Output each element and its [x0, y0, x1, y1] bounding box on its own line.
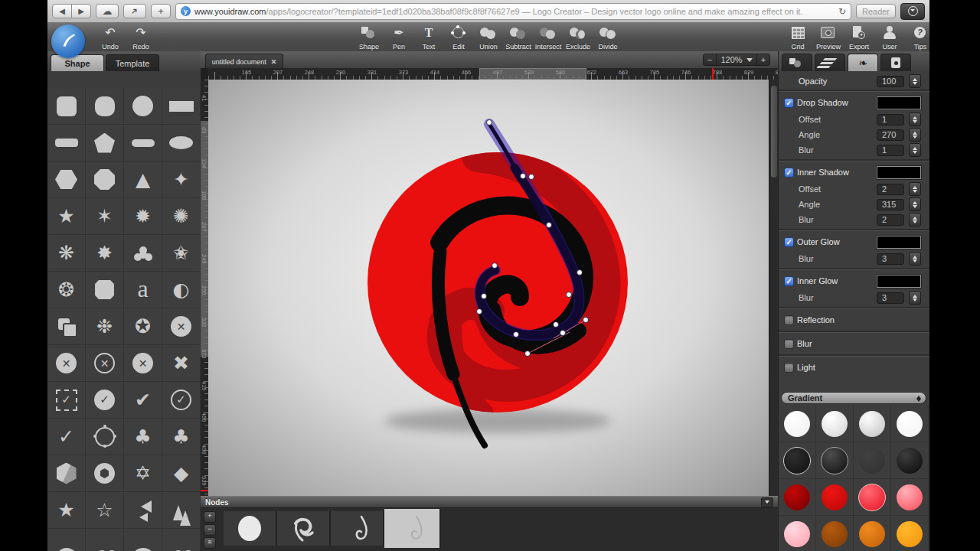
- inner-glow-blur-value[interactable]: 3: [877, 292, 904, 304]
- shape-double-bump-2[interactable]: [162, 529, 201, 551]
- path-node[interactable]: [487, 120, 492, 126]
- tool-exclude-button[interactable]: Exclude: [561, 25, 595, 51]
- node-thumbnail-swirl[interactable]: [277, 511, 331, 546]
- add-node-button[interactable]: +: [204, 511, 216, 523]
- shape-hexagon[interactable]: [47, 161, 86, 198]
- shape-sunburst[interactable]: ❂: [47, 272, 86, 308]
- reload-icon[interactable]: ↻: [838, 6, 846, 17]
- path-node[interactable]: [567, 292, 572, 298]
- gradient-swatch-5[interactable]: [783, 447, 811, 474]
- drop-shadow-angle-stepper[interactable]: [909, 128, 921, 142]
- shape-sheriff-star[interactable]: ❉: [86, 308, 124, 345]
- gradient-swatch-7[interactable]: [859, 448, 885, 474]
- tool-intersect-button[interactable]: Intersect: [531, 25, 565, 51]
- shape-rounded-star[interactable]: ✬: [162, 235, 201, 272]
- address-bar[interactable]: y www.youidraw.com/apps/logocreator/?tem…: [175, 3, 851, 20]
- zoom-in-button[interactable]: +: [756, 54, 770, 66]
- tab-shape-props[interactable]: [782, 54, 812, 71]
- gradient-swatch-13[interactable]: [784, 521, 810, 547]
- light-checkbox[interactable]: [784, 363, 794, 373]
- gradient-swatch-14[interactable]: [822, 521, 848, 547]
- gradient-swatch-8[interactable]: [897, 448, 923, 474]
- path-node[interactable]: [583, 318, 589, 323]
- icloud-button[interactable]: ☁: [96, 4, 119, 18]
- path-node[interactable]: [525, 351, 531, 357]
- inner-shadow-offset-stepper[interactable]: [909, 182, 921, 196]
- path-node[interactable]: [554, 322, 559, 328]
- shape-club[interactable]: ♣: [124, 419, 162, 455]
- drop-shadow-color-swatch[interactable]: [877, 96, 921, 109]
- shape-burst-8[interactable]: ✹: [124, 198, 162, 235]
- inner-shadow-angle-value[interactable]: 315: [877, 199, 904, 210]
- drop-shadow-blur-stepper[interactable]: [909, 143, 921, 157]
- shape-arch[interactable]: [124, 529, 162, 551]
- inner-shadow-angle-stepper[interactable]: [909, 197, 921, 211]
- tool-shape-button[interactable]: Shape: [352, 25, 386, 51]
- shape-double-bump[interactable]: [86, 529, 124, 551]
- shape-check-dashed-box[interactable]: [47, 382, 86, 419]
- drop-shadow-checkbox[interactable]: ✓: [784, 98, 794, 108]
- zoom-out-button[interactable]: −: [703, 54, 717, 66]
- gradient-swatch-3[interactable]: [859, 411, 885, 437]
- nodes-panel-header[interactable]: Nodes: [201, 496, 778, 508]
- path-node[interactable]: [521, 174, 526, 179]
- action-export-button[interactable]: Export: [842, 25, 876, 51]
- action-tips-button[interactable]: Tips: [903, 25, 929, 51]
- shape-x-in-ring[interactable]: [86, 345, 124, 382]
- tab-effects[interactable]: ❧: [848, 54, 878, 71]
- drop-shadow-offset-value[interactable]: 1: [877, 114, 904, 126]
- reader-button[interactable]: Reader: [856, 4, 896, 18]
- shape-check[interactable]: ✓: [47, 419, 86, 455]
- path-node[interactable]: [477, 309, 482, 315]
- close-tab-icon[interactable]: ✕: [271, 58, 277, 66]
- gradient-swatch-12[interactable]: [897, 484, 923, 510]
- shape-rounded-bar[interactable]: [47, 125, 86, 161]
- gradient-swatch-6[interactable]: [821, 447, 848, 474]
- new-tab-button[interactable]: +: [151, 4, 171, 18]
- gradient-swatch-2[interactable]: [822, 411, 848, 437]
- path-node[interactable]: [560, 331, 566, 336]
- drop-shadow-offset-stepper[interactable]: [909, 112, 921, 126]
- shape-triangles-left[interactable]: [124, 492, 162, 529]
- shape-trefoil[interactable]: [124, 235, 162, 272]
- shape-badge-star[interactable]: ✪: [124, 308, 162, 345]
- shape-six-point-star[interactable]: ✶: [86, 198, 124, 235]
- browser-forward-button[interactable]: ▶: [71, 4, 91, 18]
- shape-bold-x[interactable]: ✖: [162, 345, 201, 382]
- tab-template[interactable]: Template: [106, 54, 159, 71]
- shape-triangles-up[interactable]: [162, 492, 201, 529]
- browser-back-button[interactable]: ◀: [52, 4, 72, 18]
- action-grid-button[interactable]: Grid: [781, 25, 815, 51]
- shape-diamond[interactable]: ◆: [162, 455, 201, 492]
- toolbar-redo-button[interactable]: ↷Redo: [124, 25, 158, 51]
- node-thumbnail-selected[interactable]: [384, 509, 441, 548]
- share-button[interactable]: ➔: [123, 4, 146, 18]
- shape-five-point-star[interactable]: ★: [47, 198, 86, 235]
- shape-burst-16[interactable]: ❋: [47, 235, 86, 272]
- inner-glow-color-swatch[interactable]: [877, 275, 921, 288]
- drop-shadow-angle-value[interactable]: 270: [877, 129, 904, 141]
- gradient-swatch-10[interactable]: [822, 484, 848, 510]
- outer-glow-color-swatch[interactable]: [877, 236, 921, 249]
- gradient-swatch-11[interactable]: [858, 484, 886, 511]
- shape-star-filled[interactable]: ★: [47, 492, 86, 529]
- path-node[interactable]: [492, 263, 498, 269]
- shape-burst-12[interactable]: ✺: [162, 198, 201, 235]
- node-layers-button[interactable]: ≡: [204, 537, 216, 549]
- tool-text-button[interactable]: TText: [412, 25, 446, 51]
- action-preview-button[interactable]: Preview: [812, 25, 845, 51]
- toolbar-undo-button[interactable]: ↶Undo: [93, 25, 127, 51]
- shape-star-outline[interactable]: ☆: [86, 492, 124, 529]
- shape-x-in-circle-3[interactable]: [124, 345, 162, 382]
- shape-contrast-circle[interactable]: ◐: [162, 272, 201, 308]
- shape-circle[interactable]: [124, 88, 162, 125]
- remove-node-button[interactable]: −: [204, 524, 216, 536]
- path-node[interactable]: [547, 223, 552, 228]
- shape-pentagon[interactable]: [86, 125, 124, 161]
- shape-dome-dots[interactable]: [47, 529, 86, 551]
- path-node[interactable]: [577, 270, 583, 276]
- tab-save[interactable]: [880, 54, 911, 71]
- gradient-swatch-15[interactable]: [859, 521, 885, 547]
- shape-octagon[interactable]: [86, 161, 124, 198]
- gradient-swatch-9[interactable]: [784, 484, 810, 510]
